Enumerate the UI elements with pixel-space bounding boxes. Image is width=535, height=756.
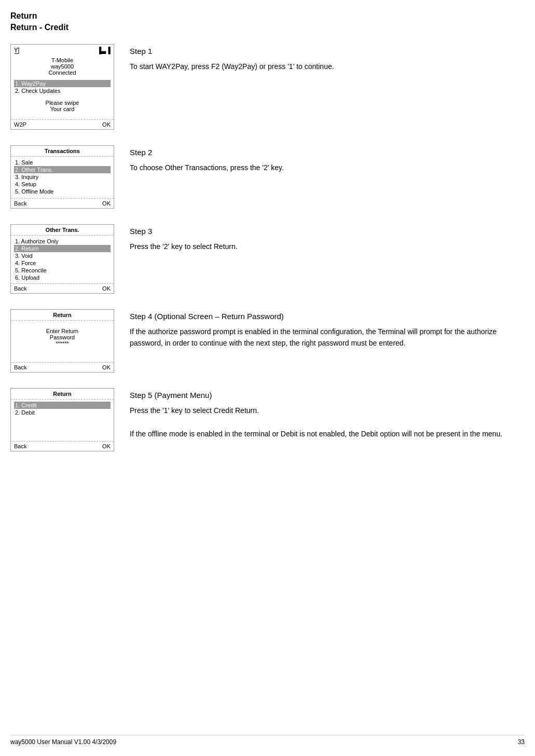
- page-footer: way5000 User Manual V1.00 4/3/2009 33: [10, 735, 525, 746]
- step-4-title: Step 4 (Optional Screen – Return Passwor…: [130, 312, 519, 321]
- terminal-body-step2: 1. Sale 2. Other Trans. 3. Inquiry 4. Se…: [11, 157, 114, 198]
- footer-back-step3: Back: [14, 285, 26, 292]
- footer-back-step4: Back: [14, 364, 26, 370]
- step-3-desc: Press the '2' key to select Return.: [130, 241, 519, 252]
- footer-ok-step2: OK: [102, 200, 111, 207]
- terminal-row-setup: 4. Setup: [14, 181, 111, 188]
- terminal-step4: Return Enter ReturnPassword****** Back O…: [10, 309, 114, 373]
- footer-back-step5: Back: [14, 443, 26, 449]
- terminal-body-step4: Enter ReturnPassword******: [11, 321, 114, 362]
- terminal-row-inquiry: 3. Inquiry: [14, 173, 111, 181]
- terminal-row-authorize: 1. Authorize Only: [14, 238, 111, 245]
- terminal-row-credit: 1. Credit: [14, 402, 111, 409]
- terminal-row-sale: 1. Sale: [14, 159, 111, 166]
- step-2-title: Step 2: [130, 148, 519, 157]
- footer-ok-step4: OK: [102, 364, 111, 370]
- footer-left: way5000 User Manual V1.00 4/3/2009: [10, 738, 116, 746]
- terminal-step1: Y̲] ▐▃▐ T-Mobileway5000Connected 1. Way2…: [10, 44, 114, 130]
- terminal-row-force: 4. Force: [14, 259, 111, 267]
- step-4-row: Return Enter ReturnPassword****** Back O…: [10, 309, 519, 373]
- battery-icon: ▐▃▐: [97, 47, 111, 54]
- terminal-header-step4: Return: [11, 310, 114, 321]
- terminal-top: Y̲] ▐▃▐: [11, 45, 114, 55]
- terminal-row-upload: 6. Upload: [14, 274, 111, 281]
- terminal-enter-return: Enter ReturnPassword******: [14, 328, 111, 347]
- terminal-row-way2pay: 1. Way2Pay: [14, 80, 111, 87]
- footer-ok-step3: OK: [102, 285, 111, 292]
- terminal-row-void: 3. Void: [14, 252, 111, 259]
- signal-icon: Y̲]: [14, 47, 19, 54]
- page-title-line1: Return: [10, 10, 519, 22]
- step-1-desc: To start WAY2Pay, press F2 (Way2Pay) or …: [130, 61, 519, 72]
- terminal-body-step1: 1. Way2Pay 2. Check Updates Please swipe…: [11, 78, 114, 119]
- step-5-content: Step 5 (Payment Menu) Press the '1' key …: [130, 388, 519, 439]
- step-1-content: Step 1 To start WAY2Pay, press F2 (Way2P…: [130, 44, 519, 72]
- step-4-desc: If the authorize password prompt is enab…: [130, 326, 519, 349]
- terminal-footer-step2: Back OK: [11, 198, 114, 208]
- terminal-swipe-text: Please swipeYour card: [14, 98, 111, 114]
- terminal-device-info: T-Mobileway5000Connected: [11, 55, 114, 78]
- step-1-title: Step 1: [130, 47, 519, 56]
- footer-w2p: W2P: [14, 121, 26, 128]
- terminal-body-step3: 1. Authorize Only 2. Return 3. Void 4. F…: [11, 236, 114, 283]
- page-header: Return Return - Credit: [10, 10, 519, 34]
- terminal-footer-step5: Back OK: [11, 441, 114, 451]
- terminal-header-step2: Transactions: [11, 146, 114, 157]
- terminal-step2: Transactions 1. Sale 2. Other Trans. 3. …: [10, 145, 114, 209]
- step-3-content: Step 3 Press the '2' key to select Retur…: [130, 224, 519, 252]
- step-1-row: Y̲] ▐▃▐ T-Mobileway5000Connected 1. Way2…: [10, 44, 519, 130]
- terminal-header-step3: Other Trans.: [11, 225, 114, 236]
- step-2-content: Step 2 To choose Other Transactions, pre…: [130, 145, 519, 173]
- terminal-body-step5: 1. Credit 2. Debit: [11, 400, 114, 441]
- terminal-footer-step4: Back OK: [11, 362, 114, 372]
- step-5-row: Return 1. Credit 2. Debit Back OK Step 5…: [10, 388, 519, 451]
- page-title-line2: Return - Credit: [10, 22, 519, 33]
- terminal-footer-step3: Back OK: [11, 283, 114, 293]
- step-3-row: Other Trans. 1. Authorize Only 2. Return…: [10, 224, 519, 294]
- footer-ok: OK: [102, 121, 111, 128]
- terminal-row-reconcile: 5. Reconcile: [14, 267, 111, 274]
- terminal-row-debit: 2. Debit: [14, 409, 111, 416]
- terminal-row-return: 2. Return: [14, 245, 111, 252]
- terminal-row-othertrans: 2. Other Trans.: [14, 166, 111, 173]
- terminal-step3: Other Trans. 1. Authorize Only 2. Return…: [10, 224, 114, 294]
- step-5-desc: Press the '1' key to select Credit Retur…: [130, 405, 519, 439]
- footer-right: 33: [518, 738, 525, 746]
- step-3-title: Step 3: [130, 227, 519, 236]
- terminal-step5: Return 1. Credit 2. Debit Back OK: [10, 388, 114, 451]
- terminal-row-offline: 5. Offline Mode: [14, 188, 111, 195]
- step-2-row: Transactions 1. Sale 2. Other Trans. 3. …: [10, 145, 519, 209]
- footer-back-step2: Back: [14, 200, 26, 207]
- step-5-title: Step 5 (Payment Menu): [130, 391, 519, 400]
- terminal-header-step5: Return: [11, 389, 114, 400]
- terminal-row-checkupdates: 2. Check Updates: [14, 87, 111, 94]
- footer-ok-step5: OK: [102, 443, 111, 449]
- content-area: Y̲] ▐▃▐ T-Mobileway5000Connected 1. Way2…: [10, 44, 519, 451]
- terminal-footer-step1: W2P OK: [11, 119, 114, 129]
- step-2-desc: To choose Other Transactions, press the …: [130, 162, 519, 173]
- step-4-content: Step 4 (Optional Screen – Return Passwor…: [130, 309, 519, 349]
